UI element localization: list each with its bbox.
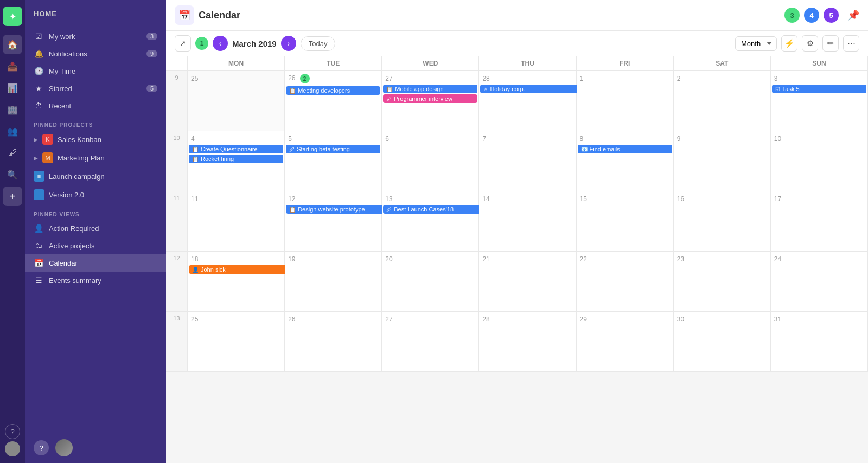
prev-month-button[interactable]: ‹ — [213, 36, 228, 51]
week-badge[interactable]: 1 — [195, 37, 208, 50]
arrow-icon: ▶ — [34, 137, 38, 143]
sidebar-item-active-projects[interactable]: 🗂 Active projects — [25, 237, 166, 254]
day-cell-mar8[interactable]: 8 📧 Find emails — [577, 131, 674, 191]
day-num-mar28: 28 — [480, 314, 492, 324]
badge-5[interactable]: 5 — [824, 8, 839, 23]
day-cell-mar29[interactable]: 29 — [577, 312, 674, 371]
sidebar-item-notifications[interactable]: 🔔 Notifications 9 — [25, 45, 166, 62]
rail-inbox[interactable]: 📥 — [3, 56, 22, 76]
sidebar-item-my-work[interactable]: ☑ My work 3 — [25, 28, 166, 45]
day-cell-mar10[interactable]: 10 — [771, 131, 868, 191]
sidebar-item-recent[interactable]: ⏱ Recent — [25, 97, 166, 114]
day-cell-mar3[interactable]: 3 ☑ Task 5 — [771, 71, 868, 131]
notifications-icon: 🔔 — [34, 49, 43, 58]
rail-building[interactable]: 🏢 — [3, 100, 22, 119]
event-starting-beta[interactable]: 🖊 Starting beta testing — [286, 145, 380, 153]
event-label-launch: Best Launch Cases'18 — [394, 206, 454, 213]
day-cell-mar7[interactable]: 7 — [479, 131, 576, 191]
week-num-12: 12 — [166, 252, 188, 311]
project-launch-campaign[interactable]: ≡ Launch campaign — [25, 167, 166, 185]
pin-icon: 📌 — [847, 9, 859, 21]
rail-people[interactable]: 👥 — [3, 121, 22, 141]
arrow-icon-mkt: ▶ — [34, 155, 38, 161]
filter-button[interactable]: ⚡ — [781, 35, 797, 52]
day-cell-mar1[interactable]: 1 — [577, 71, 674, 131]
badge-4[interactable]: 4 — [804, 8, 819, 23]
day-cell-mar23[interactable]: 23 — [674, 252, 771, 311]
day-cell-feb26[interactable]: 26 2 📋 Meeting developers — [285, 71, 382, 131]
day-cell-mar2[interactable]: 2 — [674, 71, 771, 131]
event-icon-mobile: 📋 — [386, 86, 393, 92]
rail-brush[interactable]: 🖌 — [3, 143, 22, 163]
day-cell-mar28[interactable]: 28 — [479, 312, 576, 371]
rail-home[interactable]: 🏠 — [3, 35, 22, 54]
event-meeting-developers[interactable]: 📋 Meeting developers — [286, 86, 380, 95]
event-create-questionnaire[interactable]: 📋 Create Questionnaire — [189, 145, 283, 153]
day-num-mar4: 4 — [189, 134, 197, 144]
help-button[interactable]: ? — [34, 440, 49, 455]
day-cell-mar27[interactable]: 27 — [382, 312, 479, 371]
day-cell-mar13[interactable]: 13 🖊 Best Launch Cases'18 — [382, 191, 479, 251]
project-marketing-plan[interactable]: ▶ M Marketing Plan — [25, 149, 166, 167]
day-cell-feb28[interactable]: 28 ✳ Holiday corp. — [479, 71, 576, 131]
day-cell-mar6[interactable]: 6 — [382, 131, 479, 191]
day-cell-mar5[interactable]: 5 🖊 Starting beta testing — [285, 131, 382, 191]
day-cell-mar22[interactable]: 22 — [577, 252, 674, 311]
sidebar-item-action-required[interactable]: 👤 Action Required — [25, 220, 166, 237]
user-avatar[interactable] — [55, 439, 73, 456]
settings-button[interactable]: ⚙ — [802, 35, 818, 52]
day-cell-mar24[interactable]: 24 — [771, 252, 868, 311]
sidebar-label-calendar: Calendar — [49, 259, 78, 267]
day-cell-mar4[interactable]: 4 📋 Create Questionnaire 📋 Rocket firing — [188, 131, 285, 191]
event-find-emails[interactable]: 📧 Find emails — [578, 145, 672, 153]
day-cell-mar17[interactable]: 17 — [771, 191, 868, 251]
edit-button[interactable]: ✏ — [822, 35, 839, 52]
expand-button[interactable]: ⤢ — [175, 35, 191, 52]
next-month-button[interactable]: › — [281, 36, 296, 51]
rail-search[interactable]: 🔍 — [3, 165, 22, 184]
project-sales-kanban[interactable]: ▶ K Sales Kanban — [25, 130, 166, 149]
sidebar-label-recent: Recent — [49, 102, 71, 110]
event-mobile-app[interactable]: 📋 Mobile app design — [383, 85, 477, 93]
day-cell-feb25[interactable]: 25 — [188, 71, 285, 131]
rail-avatar[interactable] — [5, 441, 20, 456]
day-cell-mar20[interactable]: 20 — [382, 252, 479, 311]
day-cell-feb27[interactable]: 27 📋 Mobile app design 🖊 Programmer inte… — [382, 71, 479, 131]
day-num-mar31: 31 — [772, 314, 783, 324]
day-cell-mar21[interactable]: 21 — [479, 252, 576, 311]
today-button[interactable]: Today — [301, 36, 336, 51]
sidebar-item-starred[interactable]: ★ Starred 5 — [25, 80, 166, 97]
day-cell-mar25[interactable]: 25 — [188, 312, 285, 371]
day-cell-mar31[interactable]: 31 — [771, 312, 868, 371]
badge-3[interactable]: 3 — [784, 8, 800, 23]
day-cell-mar15[interactable]: 15 — [577, 191, 674, 251]
sidebar-label-my-work: My work — [49, 33, 75, 41]
day-cell-mar19[interactable]: 19 — [285, 252, 382, 311]
sidebar-label-notifications: Notifications — [49, 50, 87, 58]
event-programmer-interview[interactable]: 🖊 Programmer interview — [383, 94, 477, 103]
rail-help[interactable]: ? — [5, 424, 20, 439]
sidebar-item-calendar[interactable]: 📅 Calendar — [25, 254, 166, 272]
view-select[interactable]: Month Week Day — [735, 36, 777, 51]
more-button[interactable]: ⋯ — [843, 35, 859, 52]
day-num-mar17: 17 — [772, 194, 783, 204]
project-version-20[interactable]: ≡ Version 2.0 — [25, 185, 166, 204]
event-rocket-firing[interactable]: 📋 Rocket firing — [189, 155, 283, 163]
month-label: March 2019 — [232, 39, 277, 48]
day-cell-mar9[interactable]: 9 — [674, 131, 771, 191]
event-task5[interactable]: ☑ Task 5 — [772, 85, 866, 93]
day-cell-mar16[interactable]: 16 — [674, 191, 771, 251]
day-cell-mar12[interactable]: 12 📋 Design website prototype — [285, 191, 382, 251]
week-row-2: 10 4 📋 Create Questionnaire 📋 Rocket fir… — [166, 131, 868, 191]
day-cell-mar11[interactable]: 11 — [188, 191, 285, 251]
rail-chart[interactable]: 📊 — [3, 78, 22, 98]
day-cell-mar14[interactable]: 14 — [479, 191, 576, 251]
rail-add[interactable]: + — [3, 187, 22, 206]
sidebar-item-my-time[interactable]: 🕐 My Time — [25, 62, 166, 80]
day-headers-row: MON TUE WED THU FRI SAT SUN — [166, 56, 868, 71]
sidebar-item-events-summary[interactable]: ☰ Events summary — [25, 272, 166, 289]
week-num-9: 9 — [166, 71, 188, 131]
day-cell-mar26[interactable]: 26 — [285, 312, 382, 371]
day-cell-mar18[interactable]: 18 👤 John sick — [188, 252, 285, 311]
day-cell-mar30[interactable]: 30 — [674, 312, 771, 371]
